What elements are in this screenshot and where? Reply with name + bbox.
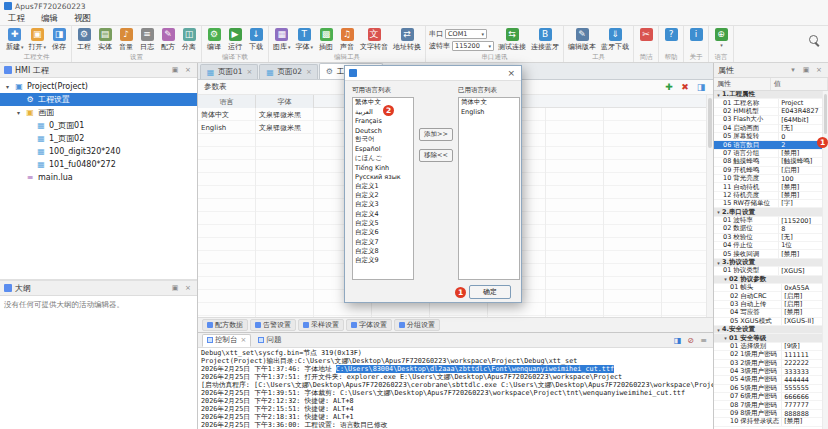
toolbar-button-打开[interactable]: ▣打开▾ xyxy=(27,27,49,53)
toolbar-button-图库[interactable]: ▦图库▾ xyxy=(271,27,293,53)
language-option-自定义2[interactable]: 自定义2 xyxy=(353,191,413,200)
toolbar-button-编译[interactable]: ⚙编译 xyxy=(204,27,224,53)
float-icon[interactable]: ▣ xyxy=(801,66,811,74)
toolbar-button-声音[interactable]: ♫声音 xyxy=(337,27,357,53)
language-option-自定义8[interactable]: 自定义8 xyxy=(353,247,413,256)
editor-column: ▦页面01×▦页面02×⚙工程设置× 参数表 ✚✖◨ 语言字体简体中文文泉驿微米… xyxy=(198,63,713,429)
language-option-Français[interactable]: Français xyxy=(353,117,413,126)
menu-item-编辑[interactable]: 编辑 xyxy=(33,12,66,25)
tab-字体设置[interactable]: 字体设置 xyxy=(346,319,392,331)
search-icon[interactable] xyxy=(808,34,820,46)
property-value: 333333 xyxy=(781,368,822,376)
toolbar-button-关于[interactable]: i xyxy=(686,27,706,42)
toolbar-button-地址转换[interactable]: ⇄地址转换 xyxy=(391,27,423,53)
tab-分组设置[interactable]: 分组设置 xyxy=(394,319,440,331)
table-cell[interactable]: 文泉驿微米黑 xyxy=(256,108,314,121)
language-option-にほんご[interactable]: にほんご xyxy=(353,154,413,163)
language-option-自定义1[interactable]: 自定义1 xyxy=(353,182,413,191)
language-option-Tiếng Kinh[interactable]: Tiếng Kinh xyxy=(353,163,413,172)
toolbar-button-蓝牙下载[interactable]: ⇓蓝牙下载 xyxy=(599,27,631,53)
app-icon xyxy=(4,2,12,10)
menu-item-视图[interactable]: 视图 xyxy=(66,12,99,25)
toolbar-button-label: 实体 xyxy=(98,42,112,52)
toolbar-button-实体[interactable]: ▤实体 xyxy=(95,27,115,53)
property-row-10 保持登录状态[interactable]: 10 保持登录状态[禁用] xyxy=(714,418,822,426)
remove-language-button[interactable]: 移除<< xyxy=(419,149,453,162)
toolbar-button-label: 地址转换 xyxy=(393,42,421,52)
tab-页面02[interactable]: ▦页面02× xyxy=(259,64,317,79)
tab-采样设置[interactable]: 采样设置 xyxy=(298,319,344,331)
menu-icon[interactable]: ▾ xyxy=(788,66,798,74)
language-option-Español[interactable]: Español xyxy=(353,144,413,153)
language-option-Deutsch[interactable]: Deutsch xyxy=(353,126,413,135)
language-option-自定义9[interactable]: 自定义9 xyxy=(353,256,413,265)
language-option-自定义7[interactable]: 自定义7 xyxy=(353,237,413,246)
language-option-自定义6[interactable]: 自定义6 xyxy=(353,228,413,237)
close-icon[interactable]: × xyxy=(306,68,312,76)
menu-item-工程[interactable]: 工程 xyxy=(0,12,33,25)
toolbar-button-语言[interactable]: ⊕▾ xyxy=(711,27,731,49)
toolbar-button-下载[interactable]: ↓下载 xyxy=(246,27,266,53)
float-icon[interactable]: ▣ xyxy=(170,284,180,292)
toolbar-button-编辑版本[interactable]: ✎编辑版本 xyxy=(566,27,598,53)
language-option-Русский язык[interactable]: Русский язык xyxy=(353,172,413,181)
language-option-한국어[interactable]: 한국어 xyxy=(353,135,413,144)
serial-select-波特率[interactable]: 115200▾ xyxy=(452,41,494,51)
toolbar-button-分离[interactable]: ◫分离 xyxy=(179,27,199,53)
language-option-自定义4[interactable]: 自定义4 xyxy=(353,210,413,219)
tree-item-101_fu0480*272[interactable]: ▦101_fu0480*272 xyxy=(0,158,197,171)
toolbar-button-简洁[interactable]: ✂ xyxy=(636,27,656,42)
scrollbar-thumb[interactable] xyxy=(824,94,827,134)
tree-item-1_页面02[interactable]: ▦1_页面02 xyxy=(0,132,197,145)
ok-button[interactable]: 确定 xyxy=(469,285,511,299)
close-icon[interactable]: × xyxy=(814,66,824,74)
tree-item-100_digit320*240[interactable]: ▦100_digit320*240 xyxy=(0,145,197,158)
tab-label: 分组设置 xyxy=(407,320,435,330)
tab-控制台[interactable]: 控制台× xyxy=(202,334,251,347)
tab-告警设置[interactable]: 告警设置 xyxy=(250,319,296,331)
table-cell[interactable]: 文泉驿微米黑 xyxy=(256,121,314,134)
language-option-自定义5[interactable]: 自定义5 xyxy=(353,219,413,228)
window-title: Apus7F720260223 xyxy=(15,2,86,11)
tab-问题[interactable]: 问题 xyxy=(254,334,285,347)
close-icon[interactable]: × xyxy=(241,336,247,344)
tree-item-工程设置[interactable]: ⚙工程设置 xyxy=(0,93,197,106)
toolbar-button-新建[interactable]: ✚新建▾ xyxy=(4,27,26,53)
table-cell[interactable]: 简体中文 xyxy=(198,108,256,121)
language-option-English[interactable]: English xyxy=(459,107,519,116)
language-option-繁体中文[interactable]: 繁体中文 xyxy=(353,98,413,107)
toolbar-button-保存[interactable]: ◨保存 xyxy=(49,27,69,53)
tree-item-0_页面01[interactable]: ▦0_页面01 xyxy=(0,119,197,132)
toolbar-button-工程[interactable]: ⚙工程 xyxy=(74,27,94,53)
tree-item-画面[interactable]: ▾▣画面 xyxy=(0,106,197,119)
toolbar-button-字体[interactable]: T字体▾ xyxy=(294,27,316,53)
toolbar-button-音量[interactable]: ♪音量 xyxy=(116,27,136,53)
toolbar-button-帮助[interactable]: ? xyxy=(661,27,681,42)
property-value: [字] xyxy=(778,199,822,208)
toolbar-button-文字转音[interactable]: 文文字转音 xyxy=(358,27,390,53)
table-cell[interactable]: English xyxy=(198,121,256,134)
toolbar-button-连接蓝牙[interactable]: B连接蓝牙 xyxy=(529,27,561,53)
editor-scrollbar[interactable] xyxy=(706,95,713,317)
add-language-button[interactable]: 添加>> xyxy=(419,128,453,141)
serial-select-串口[interactable]: COM1▾ xyxy=(445,29,487,39)
scrollbar-thumb[interactable] xyxy=(708,98,712,148)
tab-页面01[interactable]: ▦页面01× xyxy=(200,64,258,79)
close-icon[interactable]: × xyxy=(183,66,193,74)
toolbar-button-label: 新建▾ xyxy=(6,42,24,52)
tab-配方数据[interactable]: 配方数据 xyxy=(202,319,248,331)
toolbar-button-日志[interactable]: ≡日志 xyxy=(137,27,157,53)
toolbar-button-测试连接[interactable]: ⇆测试连接 xyxy=(496,27,528,53)
close-icon[interactable]: × xyxy=(183,284,193,292)
property-rows: ▾1.工程属性01 工程名称Project02 HMI机型E043R482703… xyxy=(714,91,822,429)
toolbar-button-运行[interactable]: ▶运行 xyxy=(225,27,245,53)
language-option-简体中文[interactable]: 简体中文 xyxy=(459,98,519,107)
tree-item-Project(Project)[interactable]: ▾▣Project(Project) xyxy=(0,80,197,93)
toolbar-button-配方[interactable]: ✎配方 xyxy=(158,27,178,53)
float-icon[interactable]: ▣ xyxy=(170,66,180,74)
close-icon[interactable]: × xyxy=(247,68,253,76)
language-option-自定义3[interactable]: 自定义3 xyxy=(353,200,413,209)
tree-item-main.lua[interactable]: ≡main.lua xyxy=(0,171,197,184)
close-icon[interactable]: × xyxy=(505,68,517,78)
toolbar-button-插图[interactable]: ▩插图 xyxy=(316,27,336,53)
